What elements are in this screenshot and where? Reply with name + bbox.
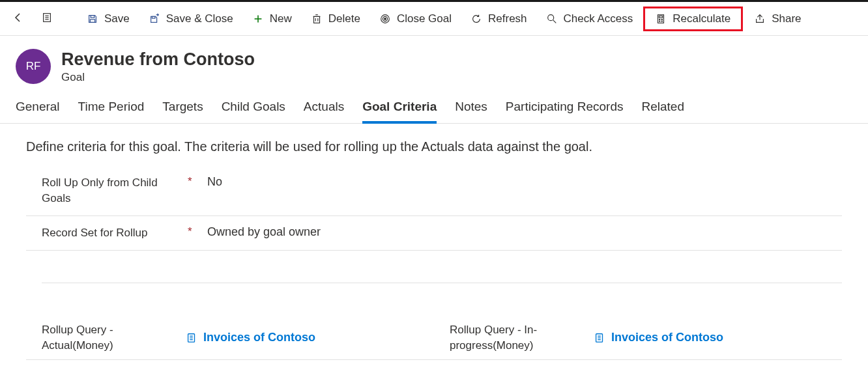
recalculate-button[interactable]: Recalculate xyxy=(649,10,736,28)
tab-content: Define criteria for this goal. The crite… xyxy=(0,124,868,375)
page-title: Revenue from Contoso xyxy=(61,49,255,70)
form-selector-button[interactable] xyxy=(34,7,60,30)
lookup-text: Invoices of Contoso xyxy=(611,331,723,344)
tab-targets[interactable]: Targets xyxy=(162,100,203,123)
required-indicator: * xyxy=(188,225,207,238)
tab-related[interactable]: Related xyxy=(641,100,684,123)
refresh-label: Refresh xyxy=(488,12,527,25)
back-button[interactable] xyxy=(5,7,31,31)
close-goal-label: Close Goal xyxy=(397,12,452,25)
recalculate-highlight: Recalculate xyxy=(643,7,743,31)
recalculate-label: Recalculate xyxy=(673,12,731,25)
save-button[interactable]: Save xyxy=(78,8,137,29)
svg-point-23 xyxy=(659,20,660,21)
tab-goal-criteria[interactable]: Goal Criteria xyxy=(362,100,437,123)
svg-rect-4 xyxy=(91,15,94,18)
delete-label: Delete xyxy=(328,12,360,25)
tab-actuals[interactable]: Actuals xyxy=(304,100,344,123)
svg-point-17 xyxy=(547,14,553,20)
calculator-icon xyxy=(654,12,667,25)
svg-point-24 xyxy=(661,20,662,21)
field-label: Roll Up Only from Child Goals xyxy=(42,175,172,206)
lookup-value[interactable]: Invoices of Contoso xyxy=(593,331,723,344)
field-label: Rollup Query - Actual(Money) xyxy=(42,322,172,354)
close-goal-button[interactable]: Close Goal xyxy=(371,8,459,29)
svg-point-21 xyxy=(659,19,660,20)
back-arrow-icon xyxy=(12,11,25,24)
save-close-label: Save & Close xyxy=(166,12,233,25)
share-icon xyxy=(753,12,766,25)
field-record-set: Record Set for Rollup * Owned by goal ow… xyxy=(26,216,842,251)
section-description: Define criteria for this goal. The crite… xyxy=(26,139,842,154)
entity-icon xyxy=(185,331,198,344)
share-label: Share xyxy=(772,12,801,25)
field-rollup-only: Roll Up Only from Child Goals * No xyxy=(26,166,842,216)
field-rollup-query-actual: Rollup Query - Actual(Money) Invoices of… xyxy=(26,316,434,361)
refresh-icon xyxy=(470,12,483,25)
tab-participating-records[interactable]: Participating Records xyxy=(506,100,624,123)
tab-general[interactable]: General xyxy=(16,100,60,123)
svg-line-18 xyxy=(553,20,556,23)
tab-child-goals[interactable]: Child Goals xyxy=(222,100,285,123)
command-bar: Save Save & Close New Delete Close Goal … xyxy=(0,2,868,36)
field-value[interactable]: No xyxy=(207,175,222,189)
form-icon xyxy=(40,11,53,24)
record-header: RF Revenue from Contoso Goal xyxy=(0,36,868,90)
tab-bar: General Time Period Targets Child Goals … xyxy=(0,90,868,124)
field-value[interactable]: Owned by goal owner xyxy=(207,225,321,239)
entity-icon xyxy=(593,331,606,344)
avatar-initials: RF xyxy=(26,60,41,73)
check-access-icon xyxy=(545,12,558,25)
entity-label: Goal xyxy=(61,71,255,84)
new-button[interactable]: New xyxy=(244,8,300,29)
delete-button[interactable]: Delete xyxy=(302,8,368,29)
required-indicator: * xyxy=(188,175,207,188)
delete-icon xyxy=(310,12,323,25)
refresh-button[interactable]: Refresh xyxy=(462,8,535,29)
svg-rect-6 xyxy=(152,16,155,18)
field-label: Record Set for Rollup xyxy=(42,225,172,241)
avatar: RF xyxy=(16,49,51,84)
svg-point-16 xyxy=(384,18,386,20)
new-label: New xyxy=(270,12,292,25)
svg-rect-9 xyxy=(313,16,319,23)
lookup-text: Invoices of Contoso xyxy=(203,331,315,344)
svg-point-22 xyxy=(661,19,662,20)
save-icon xyxy=(86,12,99,25)
field-label: Rollup Query - In-progress(Money) xyxy=(450,322,580,354)
plus-icon xyxy=(252,12,265,25)
field-rollup-query-inprogress: Rollup Query - In-progress(Money) Invoic… xyxy=(434,316,842,361)
close-goal-icon xyxy=(379,12,392,25)
tab-notes[interactable]: Notes xyxy=(455,100,487,123)
tab-time-period[interactable]: Time Period xyxy=(78,100,145,123)
share-button[interactable]: Share xyxy=(745,8,809,29)
svg-rect-5 xyxy=(90,19,94,22)
save-label: Save xyxy=(104,12,130,25)
svg-rect-20 xyxy=(659,16,663,18)
check-access-button[interactable]: Check Access xyxy=(538,8,641,29)
check-access-label: Check Access xyxy=(564,12,633,25)
lookup-value[interactable]: Invoices of Contoso xyxy=(185,331,315,344)
save-close-button[interactable]: Save & Close xyxy=(140,8,241,29)
save-close-icon xyxy=(148,12,161,25)
